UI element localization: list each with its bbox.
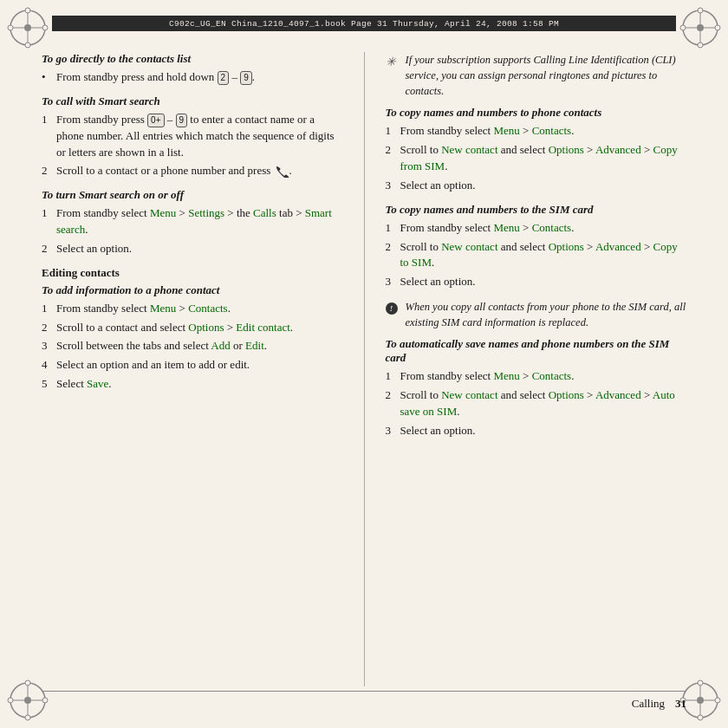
svg-point-3 bbox=[24, 24, 31, 31]
warning-text: When you copy all contacts from your pho… bbox=[406, 299, 687, 330]
contacts-link-cs1: Contacts bbox=[532, 221, 572, 234]
menu-link-as1: Menu bbox=[493, 369, 519, 382]
smart-toggle-item-1: 1 From standby select Menu > Settings > … bbox=[42, 205, 343, 238]
options-link-a2: Options bbox=[188, 321, 224, 334]
menu-link-cp1: Menu bbox=[493, 124, 519, 137]
svg-point-22 bbox=[8, 698, 13, 703]
item-num-t2: 2 bbox=[42, 241, 52, 257]
svg-point-13 bbox=[698, 42, 703, 48]
item-num-a5: 5 bbox=[42, 376, 52, 393]
svg-point-12 bbox=[698, 8, 703, 13]
header-bar: C902c_UG_EN China_1210_4097_1.book Page … bbox=[52, 16, 676, 31]
svg-point-31 bbox=[715, 698, 720, 703]
smart-toggle-text-2: Select an option. bbox=[56, 241, 343, 257]
section-copy-to-sim: To copy names and numbers to the SIM car… bbox=[386, 203, 687, 290]
new-contact-link-cp: New contact bbox=[441, 143, 497, 156]
heading-editing: Editing contacts bbox=[42, 266, 343, 280]
smart-search-item-2: 2 Scroll to a contact or a phone number … bbox=[42, 163, 343, 179]
key-0plus: 0+ bbox=[147, 114, 164, 127]
svg-point-14 bbox=[680, 25, 686, 30]
copy-phone-text-1: From standby select Menu > Contacts. bbox=[400, 123, 687, 140]
section-auto-save: To automatically save names and phone nu… bbox=[386, 337, 687, 439]
column-divider bbox=[364, 52, 365, 686]
section-copy-to-phone: To copy names and numbers to phone conta… bbox=[386, 106, 687, 193]
bullet-contacts-list: • From standby press and hold down 2 – 9… bbox=[42, 69, 343, 86]
item-num-1: 1 bbox=[42, 112, 52, 161]
section-contacts-list: To go directly to the contacts list • Fr… bbox=[42, 52, 343, 86]
item-num-cs3: 3 bbox=[386, 274, 396, 290]
heading-copy-sim: To copy names and numbers to the SIM car… bbox=[386, 203, 687, 217]
copy-phone-text-3: Select an option. bbox=[400, 178, 687, 194]
item-num-cp1: 1 bbox=[386, 123, 396, 140]
contacts-link-a1: Contacts bbox=[188, 302, 228, 315]
contacts-list-text: From standby press and hold down 2 – 9. bbox=[56, 69, 343, 86]
add-info-text-3: Scroll between the tabs and select Add o… bbox=[56, 338, 343, 354]
item-num-cs1: 1 bbox=[386, 220, 396, 237]
svg-point-5 bbox=[25, 42, 30, 48]
add-info-text-5: Select Save. bbox=[56, 376, 343, 393]
item-num-as2: 2 bbox=[386, 387, 396, 420]
item-num-a2: 2 bbox=[42, 320, 52, 336]
contacts-link-as1: Contacts bbox=[532, 369, 572, 382]
section-editing-contacts: Editing contacts To add information to a… bbox=[42, 266, 343, 393]
smart-search-text-1: From standby press 0+ – 9 to enter a con… bbox=[56, 112, 343, 161]
warning-note: ! When you copy all contacts from your p… bbox=[386, 299, 687, 330]
item-num-as1: 1 bbox=[386, 368, 396, 385]
heading-contacts-list: To go directly to the contacts list bbox=[42, 52, 343, 66]
auto-save-text-3: Select an option. bbox=[400, 423, 687, 439]
new-contact-link-cs: New contact bbox=[441, 240, 497, 253]
copy-sim-item-1: 1 From standby select Menu > Contacts. bbox=[386, 220, 687, 237]
advanced-link-cs: Advanced bbox=[595, 240, 641, 253]
smart-search-text-2: Scroll to a contact or a phone number an… bbox=[56, 163, 343, 179]
calls-link: Calls bbox=[253, 206, 276, 219]
item-num-cs2: 2 bbox=[386, 239, 396, 272]
menu-link-a1: Menu bbox=[150, 302, 176, 315]
content-area: To go directly to the contacts list • Fr… bbox=[42, 42, 686, 686]
svg-point-7 bbox=[42, 25, 48, 30]
add-info-item-2: 2 Scroll to a contact and select Options… bbox=[42, 320, 343, 336]
right-column: ✳ If your subscription supports Calling … bbox=[386, 42, 687, 686]
copy-phone-item-2: 2 Scroll to New contact and select Optio… bbox=[386, 142, 687, 175]
item-num-cp2: 2 bbox=[386, 142, 396, 175]
contacts-link-cp1: Contacts bbox=[532, 124, 572, 137]
smart-toggle-text-1: From standby select Menu > Settings > th… bbox=[56, 205, 343, 238]
auto-save-text-2: Scroll to New contact and select Options… bbox=[400, 387, 687, 420]
svg-point-6 bbox=[8, 25, 13, 30]
options-link-cs: Options bbox=[549, 240, 584, 253]
save-link: Save bbox=[87, 377, 108, 390]
svg-point-15 bbox=[715, 25, 720, 30]
item-num-a3: 3 bbox=[42, 338, 52, 354]
section-smart-search-toggle: To turn Smart search on or off 1 From st… bbox=[42, 188, 343, 257]
advanced-link-as: Advanced bbox=[595, 388, 641, 401]
copy-phone-text-2: Scroll to New contact and select Options… bbox=[400, 142, 687, 175]
key-9b: 9 bbox=[176, 114, 188, 127]
menu-link-cs1: Menu bbox=[493, 221, 519, 234]
svg-point-28 bbox=[698, 680, 703, 686]
copy-sim-item-2: 2 Scroll to New contact and select Optio… bbox=[386, 239, 687, 272]
svg-point-27 bbox=[697, 697, 704, 704]
svg-point-4 bbox=[25, 8, 30, 13]
svg-point-21 bbox=[25, 715, 30, 720]
key-2: 2 bbox=[218, 71, 230, 85]
smart-toggle-item-2: 2 Select an option. bbox=[42, 241, 343, 257]
warning-icon-col: ! bbox=[386, 299, 401, 330]
tip-icon-col: ✳ bbox=[386, 52, 401, 99]
new-contact-link-as: New contact bbox=[441, 388, 497, 401]
auto-save-item-2: 2 Scroll to New contact and select Optio… bbox=[386, 387, 687, 420]
svg-point-11 bbox=[697, 24, 704, 31]
add-info-text-4: Select an option and an item to add or e… bbox=[56, 357, 343, 374]
edit-link: Edit bbox=[245, 339, 264, 352]
advanced-link-cp: Advanced bbox=[595, 143, 641, 156]
svg-point-29 bbox=[698, 715, 703, 720]
footer: Calling 31 bbox=[42, 691, 686, 711]
item-num-as3: 3 bbox=[386, 423, 396, 439]
copy-sim-item-3: 3 Select an option. bbox=[386, 274, 687, 290]
section-smart-search: To call with Smart search 1 From standby… bbox=[42, 94, 343, 179]
copy-phone-item-3: 3 Select an option. bbox=[386, 178, 687, 194]
copy-sim-text-1: From standby select Menu > Contacts. bbox=[400, 220, 687, 237]
footer-section-label: Calling bbox=[632, 697, 665, 711]
heading-add-info: To add information to a phone contact bbox=[42, 283, 343, 297]
left-column: To go directly to the contacts list • Fr… bbox=[42, 42, 343, 686]
heading-smart-toggle: To turn Smart search on or off bbox=[42, 188, 343, 202]
add-info-item-5: 5 Select Save. bbox=[42, 376, 343, 393]
